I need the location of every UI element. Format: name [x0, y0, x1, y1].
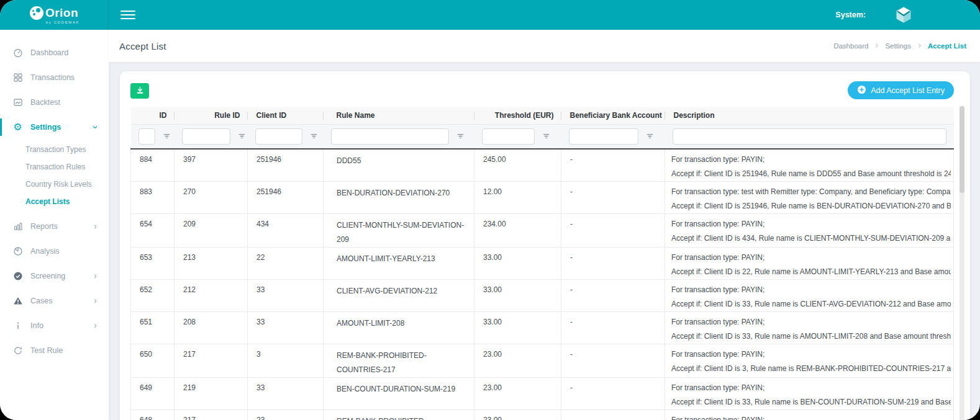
sidebar-item-transactions[interactable]: Transactions [0, 65, 109, 90]
cell-description: For transaction type: PAYIN; Accept if: … [665, 149, 954, 182]
table-row[interactable]: 648 217 23 REM-BANK-PROHIBITED-COUNTRIES… [131, 410, 954, 420]
table-row[interactable]: 650 217 3 REM-BANK-PROHIBITED-COUNTRIES-… [131, 344, 954, 378]
sidebar-item-dashboard[interactable]: Dashboard [0, 40, 109, 65]
cell-beneficiary: - [561, 280, 665, 312]
filter-icon[interactable] [310, 132, 318, 140]
filter-icon[interactable] [646, 132, 654, 140]
sidebar-item-analysis[interactable]: Analysis [0, 239, 109, 264]
column-header-beneficiary-bank-account[interactable]: Beneficiary Bank Account [561, 107, 665, 124]
download-icon [135, 86, 145, 97]
cell-id: 654 [131, 214, 175, 248]
sidebar-item-info[interactable]: Info [0, 313, 109, 338]
table-row[interactable]: 649 219 33 BEN-COUNT-DURATION-SUM-219 23… [131, 378, 954, 410]
breadcrumb-settings[interactable]: Settings [885, 42, 911, 50]
cell-rule-id: 209 [175, 214, 248, 248]
cell-threshold: 23.00 [474, 410, 561, 420]
table-header-row: ID Rule ID Client ID Rule Name Threshold… [131, 107, 954, 124]
cell-rule-id: 213 [175, 248, 248, 280]
plus-circle-icon [857, 85, 866, 96]
breadcrumb-accept-list: Accept List [928, 42, 966, 50]
cell-threshold: 12.00 [474, 182, 561, 214]
cell-client-id: 3 [248, 344, 324, 378]
cell-rule-name: BEN-COUNT-DURATION-SUM-219 [324, 378, 474, 410]
cell-beneficiary: - [561, 182, 665, 214]
chevron-right-icon [92, 273, 99, 280]
logo-tagline: by CODEMAK [46, 20, 79, 24]
filter-beneficiary-input[interactable] [569, 128, 638, 145]
cell-id: 648 [131, 410, 175, 420]
info-icon [12, 321, 23, 331]
sidebar-item-backtest[interactable]: Backtest [0, 90, 109, 115]
app-window: Orion by CODEMAK System: Dashb [0, 0, 980, 420]
table-row[interactable]: 654 209 434 CLIENT-MONTHLY-SUM-DEVIATION… [131, 214, 954, 248]
column-header-rule-name[interactable]: Rule Name [324, 107, 474, 124]
cell-description: For transaction type: PAYIN; Accept if: … [665, 280, 954, 312]
vertical-scrollbar[interactable] [960, 106, 964, 420]
filter-icon[interactable] [163, 132, 171, 140]
cell-client-id: 33 [248, 312, 324, 344]
filter-icon[interactable] [542, 132, 550, 140]
cell-threshold: 234.00 [474, 214, 561, 248]
sidebar-item-reports[interactable]: Reports [0, 214, 109, 239]
filter-row [131, 124, 954, 149]
check-circle-icon [12, 271, 23, 282]
column-header-description[interactable]: Description [665, 107, 954, 124]
breadcrumb-dashboard[interactable]: Dashboard [833, 42, 868, 50]
orion-logo-icon [30, 6, 43, 20]
filter-icon[interactable] [238, 132, 246, 140]
filter-rule-name-input[interactable] [331, 128, 449, 145]
table-row[interactable]: 652 212 33 CLIENT-AVG-DEVIATION-212 33.0… [131, 280, 954, 312]
column-header-rule-id[interactable]: Rule ID [175, 107, 248, 124]
table-row[interactable]: 884 397 251946 DDD55 245.00 - For transa… [131, 149, 954, 182]
cell-rule-name: REM-BANK-PROHIBITED-COUNTRIES-217 [324, 410, 474, 420]
filter-rule-id-input[interactable] [182, 128, 230, 145]
cell-client-id: 33 [248, 378, 324, 410]
cell-beneficiary: - [561, 149, 665, 182]
breadcrumb-separator-icon [874, 42, 879, 50]
column-header-id[interactable]: ID [131, 107, 175, 124]
cell-rule-id: 397 [175, 149, 248, 182]
table-row[interactable]: 651 208 33 AMOUNT-LIMIT-208 33.00 - For … [131, 312, 954, 344]
cell-description: For transaction type: PAYIN; Accept if: … [665, 378, 954, 410]
table-row[interactable]: 653 213 22 AMOUNT-LIMIT-YEARLY-213 33.00… [131, 248, 954, 280]
system-cube-icon[interactable] [894, 6, 913, 24]
accept-list-card: Add Accept List Entry ID Rule ID Client … [120, 71, 970, 420]
filter-client-id-input[interactable] [255, 128, 302, 145]
column-header-threshold[interactable]: Threshold (EUR) [474, 107, 561, 124]
pie-chart-icon [12, 246, 23, 257]
sidebar-item-test-rule[interactable]: Test Rule [0, 338, 109, 363]
settings-submenu: Transaction Types Transaction Rules Coun… [0, 140, 109, 214]
cell-rule-id: 270 [175, 182, 248, 214]
table-row[interactable]: 883 270 251946 BEN-DURATION-DEVIATION-27… [131, 182, 954, 214]
chevron-right-icon [92, 223, 99, 230]
scrollbar-thumb[interactable] [960, 106, 964, 193]
column-header-client-id[interactable]: Client ID [248, 107, 324, 124]
sidebar-item-transaction-types[interactable]: Transaction Types [0, 141, 109, 158]
download-button[interactable] [130, 83, 149, 99]
filter-threshold-input[interactable] [482, 128, 535, 145]
filter-description-input[interactable] [673, 128, 946, 145]
hamburger-menu-icon[interactable] [120, 9, 135, 20]
breadcrumb-separator-icon [917, 42, 922, 50]
add-accept-list-entry-button[interactable]: Add Accept List Entry [848, 81, 954, 99]
sidebar-item-screening[interactable]: Screening [0, 264, 109, 288]
cell-rule-name: REM-BANK-PROHIBITED-COUNTRIES-217 [324, 344, 474, 378]
filter-icon[interactable] [456, 132, 465, 140]
topbar: Orion by CODEMAK System: [0, 0, 980, 30]
filter-id-input[interactable] [138, 128, 155, 145]
chevron-right-icon [92, 298, 99, 305]
cell-client-id: 434 [248, 214, 324, 248]
cell-client-id: 22 [248, 248, 324, 280]
chevron-down-icon [91, 123, 99, 131]
cell-description: For transaction type: PAYIN; Accept if: … [665, 248, 954, 280]
sidebar-item-transaction-rules[interactable]: Transaction Rules [0, 158, 109, 176]
sidebar-item-accept-lists[interactable]: Accept Lists [0, 193, 109, 210]
sidebar-item-cases[interactable]: Cases [0, 288, 109, 313]
app-logo[interactable]: Orion by CODEMAK [0, 0, 109, 30]
sidebar-item-country-risk-levels[interactable]: Country Risk Levels [0, 176, 109, 193]
cell-id: 650 [131, 344, 175, 378]
sidebar-item-settings[interactable]: ⚙ Settings [0, 115, 109, 140]
cell-rule-name: BEN-DURATION-DEVIATION-270 [324, 182, 474, 214]
cell-description: For transaction type: test with Remitter… [665, 182, 954, 214]
cell-id: 884 [131, 149, 175, 182]
